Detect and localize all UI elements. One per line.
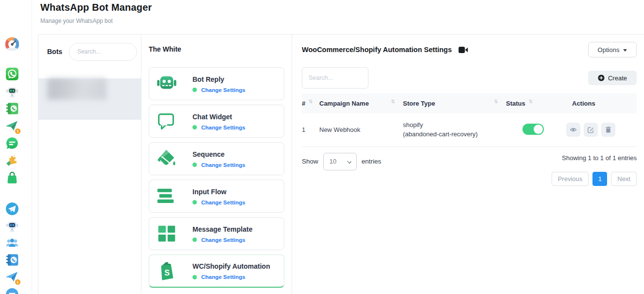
bot-name-redacted: [47, 78, 106, 100]
bot-name-title: The White: [149, 45, 284, 53]
feature-card-input-flow[interactable]: Input Flow Change Settings: [149, 180, 284, 213]
automation-table: # ⇅ Campaign Name ⇅ Store Type ⇅ Status …: [302, 93, 637, 147]
whatsapp-bot-icon[interactable]: [5, 85, 19, 98]
sort-icon[interactable]: ⇅: [529, 99, 533, 104]
create-button[interactable]: Create: [588, 71, 637, 85]
bots-panel-header: Bots: [38, 35, 141, 69]
change-settings-link[interactable]: Change Settings: [201, 237, 245, 243]
status-dot: [192, 88, 197, 92]
svg-text:S: S: [164, 268, 170, 276]
telegram-team-icon[interactable]: [5, 236, 19, 250]
delete-button[interactable]: [601, 123, 615, 137]
column-header-status[interactable]: Status ⇅: [506, 100, 553, 107]
feature-card-message-template[interactable]: Message Template Change Settings: [149, 217, 284, 250]
sort-icon[interactable]: ⇅: [494, 99, 498, 104]
status-toggle[interactable]: [522, 124, 544, 135]
feature-title: Chat Widget: [192, 113, 232, 121]
change-settings-link[interactable]: Change Settings: [201, 87, 245, 93]
page-title: WhatsApp Bot Manager: [40, 2, 152, 13]
plus-circle-icon: [598, 74, 605, 81]
content-container: Bots The White: [38, 34, 644, 294]
bot-list-item-selected[interactable]: [38, 78, 141, 120]
integrations-icon[interactable]: [5, 153, 19, 167]
options-button-label: Options: [598, 46, 620, 54]
table-header-row: # ⇅ Campaign Name ⇅ Store Type ⇅ Status …: [302, 93, 637, 113]
column-header-campaign-name[interactable]: Campaign Name ⇅: [319, 100, 403, 107]
edit-icon: [587, 126, 594, 133]
table-row: 1 New Webhook shopify (abandoned-cart-re…: [302, 113, 637, 147]
grid-icon: [156, 222, 178, 245]
status-cell: [506, 124, 553, 136]
change-settings-link[interactable]: Change Settings: [201, 274, 245, 280]
create-button-label: Create: [608, 74, 627, 82]
dashboard-icon[interactable]: [5, 37, 19, 51]
automation-settings-panel: WooCommerce/Shopify Automation Settings …: [292, 35, 644, 294]
feature-title: Message Template: [192, 225, 252, 233]
telegram-chat-icon[interactable]: [5, 288, 19, 294]
bars-icon: [156, 185, 178, 207]
page-subtitle: Manage your WhatsApp bot: [40, 18, 152, 24]
table-footer: Show 10 entries Showing 1 to 1 of 1 entr…: [302, 153, 637, 186]
campaign-name-cell: New Webhook: [319, 126, 403, 133]
feature-card-chat-widget[interactable]: Chat Widget Change Settings: [149, 105, 284, 138]
robot-icon: [156, 73, 178, 95]
sort-icon[interactable]: ⇅: [391, 99, 395, 104]
column-header-index[interactable]: # ⇅: [302, 100, 319, 107]
actions-cell: [553, 123, 637, 137]
telegram-bot-icon[interactable]: [5, 219, 19, 233]
feature-card-bot-reply[interactable]: Bot Reply Change Settings: [149, 67, 284, 100]
shopify-icon: S: [156, 260, 178, 282]
change-settings-link[interactable]: Change Settings: [201, 200, 245, 205]
whatsapp-campaign-icon[interactable]: 1: [5, 119, 19, 133]
bots-search-input[interactable]: [69, 43, 137, 61]
chevron-down-icon: [623, 49, 627, 52]
whatsapp-chat-icon[interactable]: [5, 136, 19, 150]
video-tutorial-icon[interactable]: [458, 46, 468, 54]
next-page-button[interactable]: Next: [611, 172, 637, 186]
change-settings-link[interactable]: Change Settings: [201, 125, 245, 130]
app-icon-rail: 1: [0, 0, 32, 294]
feature-title: Sequence: [192, 150, 225, 158]
status-dot: [192, 125, 197, 129]
feature-card-wc-shopify-automation[interactable]: S WC/Shopify Automation Change Settings: [149, 255, 284, 288]
status-dot: [192, 200, 197, 204]
store-type-cell: shopify (abandoned-cart-recovery): [403, 121, 506, 139]
previous-page-button[interactable]: Previous: [552, 172, 589, 186]
features-panel: The White Bot Reply: [141, 35, 292, 294]
status-dot: [192, 163, 197, 167]
options-button[interactable]: Options: [588, 42, 637, 57]
page-header: WhatsApp Bot Manager Manage your WhatsAp…: [40, 2, 152, 24]
bots-panel: Bots: [38, 35, 141, 294]
chat-bubble-icon: [156, 110, 178, 132]
campaign-badge: 1: [15, 279, 21, 285]
view-button[interactable]: [566, 123, 580, 137]
page-size-select[interactable]: 10: [323, 153, 357, 170]
whatsapp-icon[interactable]: [5, 67, 19, 81]
whatsapp-contacts-icon[interactable]: [5, 102, 19, 115]
store-icon[interactable]: [5, 171, 19, 184]
edit-button[interactable]: [584, 123, 598, 137]
show-label: Show: [302, 158, 318, 165]
current-page-button[interactable]: 1: [592, 172, 607, 186]
telegram-icon[interactable]: [5, 202, 19, 216]
paint-bucket-icon: [156, 147, 178, 170]
telegram-campaign-icon[interactable]: 1: [5, 270, 19, 284]
column-header-store-type[interactable]: Store Type ⇅: [403, 100, 506, 107]
page-size-value: 10: [330, 158, 336, 165]
feature-card-sequence[interactable]: Sequence Change Settings: [149, 142, 284, 175]
row-index: 1: [302, 126, 319, 133]
sort-icon[interactable]: ⇅: [309, 99, 313, 104]
feature-title: Input Flow: [192, 188, 226, 196]
pagination: Previous 1 Next: [552, 172, 637, 186]
bots-label: Bots: [47, 48, 62, 55]
table-search-input[interactable]: [302, 67, 368, 89]
toggle-knob: [534, 125, 543, 134]
eye-icon: [570, 126, 577, 133]
telegram-contacts-icon[interactable]: [5, 253, 19, 267]
change-settings-link[interactable]: Change Settings: [201, 162, 245, 168]
trash-icon: [605, 126, 612, 133]
entries-label: entries: [362, 158, 382, 165]
showing-entries-text: Showing 1 to 1 of 1 entries: [562, 154, 637, 162]
status-dot: [192, 275, 197, 279]
status-dot: [192, 238, 197, 242]
